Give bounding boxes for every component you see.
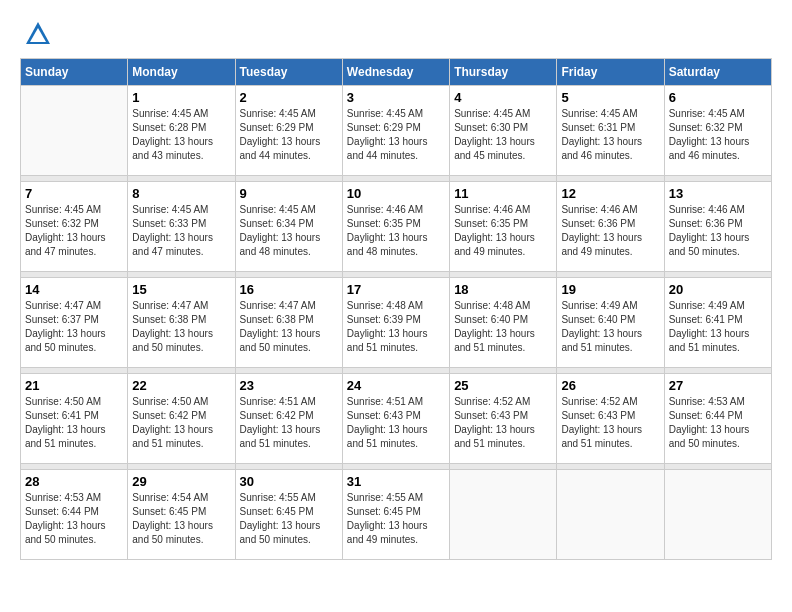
day-sun-info: Sunrise: 4:45 AMSunset: 6:30 PMDaylight:… (454, 107, 552, 163)
day-number: 4 (454, 90, 552, 105)
day-number: 30 (240, 474, 338, 489)
day-number: 14 (25, 282, 123, 297)
calendar-day-cell: 26Sunrise: 4:52 AMSunset: 6:43 PMDayligh… (557, 374, 664, 464)
day-number: 18 (454, 282, 552, 297)
day-number: 7 (25, 186, 123, 201)
day-number: 6 (669, 90, 767, 105)
day-sun-info: Sunrise: 4:46 AMSunset: 6:35 PMDaylight:… (347, 203, 445, 259)
day-sun-info: Sunrise: 4:46 AMSunset: 6:36 PMDaylight:… (561, 203, 659, 259)
calendar-day-cell: 5Sunrise: 4:45 AMSunset: 6:31 PMDaylight… (557, 86, 664, 176)
calendar-day-cell: 14Sunrise: 4:47 AMSunset: 6:37 PMDayligh… (21, 278, 128, 368)
day-sun-info: Sunrise: 4:49 AMSunset: 6:40 PMDaylight:… (561, 299, 659, 355)
day-number: 3 (347, 90, 445, 105)
day-of-week-header: Friday (557, 59, 664, 86)
calendar-day-cell: 31Sunrise: 4:55 AMSunset: 6:45 PMDayligh… (342, 470, 449, 560)
day-number: 5 (561, 90, 659, 105)
calendar-day-cell: 9Sunrise: 4:45 AMSunset: 6:34 PMDaylight… (235, 182, 342, 272)
calendar-day-cell: 3Sunrise: 4:45 AMSunset: 6:29 PMDaylight… (342, 86, 449, 176)
day-sun-info: Sunrise: 4:54 AMSunset: 6:45 PMDaylight:… (132, 491, 230, 547)
day-sun-info: Sunrise: 4:51 AMSunset: 6:43 PMDaylight:… (347, 395, 445, 451)
calendar-day-cell: 13Sunrise: 4:46 AMSunset: 6:36 PMDayligh… (664, 182, 771, 272)
day-sun-info: Sunrise: 4:45 AMSunset: 6:28 PMDaylight:… (132, 107, 230, 163)
calendar-week-row: 28Sunrise: 4:53 AMSunset: 6:44 PMDayligh… (21, 470, 772, 560)
day-sun-info: Sunrise: 4:45 AMSunset: 6:32 PMDaylight:… (669, 107, 767, 163)
calendar-table: SundayMondayTuesdayWednesdayThursdayFrid… (20, 58, 772, 560)
calendar-week-row: 1Sunrise: 4:45 AMSunset: 6:28 PMDaylight… (21, 86, 772, 176)
logo-icon (24, 20, 52, 48)
day-sun-info: Sunrise: 4:48 AMSunset: 6:40 PMDaylight:… (454, 299, 552, 355)
calendar-day-cell: 25Sunrise: 4:52 AMSunset: 6:43 PMDayligh… (450, 374, 557, 464)
day-number: 19 (561, 282, 659, 297)
calendar-day-cell: 27Sunrise: 4:53 AMSunset: 6:44 PMDayligh… (664, 374, 771, 464)
day-number: 1 (132, 90, 230, 105)
calendar-week-row: 14Sunrise: 4:47 AMSunset: 6:37 PMDayligh… (21, 278, 772, 368)
day-number: 31 (347, 474, 445, 489)
day-number: 28 (25, 474, 123, 489)
calendar-day-cell: 23Sunrise: 4:51 AMSunset: 6:42 PMDayligh… (235, 374, 342, 464)
day-sun-info: Sunrise: 4:49 AMSunset: 6:41 PMDaylight:… (669, 299, 767, 355)
day-number: 2 (240, 90, 338, 105)
calendar-day-cell: 30Sunrise: 4:55 AMSunset: 6:45 PMDayligh… (235, 470, 342, 560)
day-sun-info: Sunrise: 4:47 AMSunset: 6:38 PMDaylight:… (132, 299, 230, 355)
day-number: 21 (25, 378, 123, 393)
calendar-day-cell: 18Sunrise: 4:48 AMSunset: 6:40 PMDayligh… (450, 278, 557, 368)
calendar-day-cell: 17Sunrise: 4:48 AMSunset: 6:39 PMDayligh… (342, 278, 449, 368)
day-sun-info: Sunrise: 4:45 AMSunset: 6:29 PMDaylight:… (347, 107, 445, 163)
calendar-day-cell: 12Sunrise: 4:46 AMSunset: 6:36 PMDayligh… (557, 182, 664, 272)
calendar-day-cell: 20Sunrise: 4:49 AMSunset: 6:41 PMDayligh… (664, 278, 771, 368)
day-sun-info: Sunrise: 4:47 AMSunset: 6:38 PMDaylight:… (240, 299, 338, 355)
calendar-day-cell: 6Sunrise: 4:45 AMSunset: 6:32 PMDaylight… (664, 86, 771, 176)
calendar-day-cell (21, 86, 128, 176)
day-number: 17 (347, 282, 445, 297)
calendar-day-cell (664, 470, 771, 560)
day-of-week-header: Tuesday (235, 59, 342, 86)
calendar-day-cell (557, 470, 664, 560)
day-number: 22 (132, 378, 230, 393)
day-sun-info: Sunrise: 4:45 AMSunset: 6:29 PMDaylight:… (240, 107, 338, 163)
day-of-week-header: Thursday (450, 59, 557, 86)
calendar-day-cell: 4Sunrise: 4:45 AMSunset: 6:30 PMDaylight… (450, 86, 557, 176)
day-sun-info: Sunrise: 4:46 AMSunset: 6:36 PMDaylight:… (669, 203, 767, 259)
day-sun-info: Sunrise: 4:55 AMSunset: 6:45 PMDaylight:… (347, 491, 445, 547)
day-number: 24 (347, 378, 445, 393)
calendar-week-row: 21Sunrise: 4:50 AMSunset: 6:41 PMDayligh… (21, 374, 772, 464)
day-sun-info: Sunrise: 4:50 AMSunset: 6:41 PMDaylight:… (25, 395, 123, 451)
day-sun-info: Sunrise: 4:48 AMSunset: 6:39 PMDaylight:… (347, 299, 445, 355)
day-sun-info: Sunrise: 4:52 AMSunset: 6:43 PMDaylight:… (561, 395, 659, 451)
calendar-day-cell: 28Sunrise: 4:53 AMSunset: 6:44 PMDayligh… (21, 470, 128, 560)
calendar-day-cell: 15Sunrise: 4:47 AMSunset: 6:38 PMDayligh… (128, 278, 235, 368)
day-number: 9 (240, 186, 338, 201)
day-sun-info: Sunrise: 4:53 AMSunset: 6:44 PMDaylight:… (25, 491, 123, 547)
day-number: 11 (454, 186, 552, 201)
day-number: 27 (669, 378, 767, 393)
calendar-day-cell: 11Sunrise: 4:46 AMSunset: 6:35 PMDayligh… (450, 182, 557, 272)
calendar-day-cell: 19Sunrise: 4:49 AMSunset: 6:40 PMDayligh… (557, 278, 664, 368)
logo (20, 20, 52, 48)
calendar-day-cell: 7Sunrise: 4:45 AMSunset: 6:32 PMDaylight… (21, 182, 128, 272)
day-sun-info: Sunrise: 4:53 AMSunset: 6:44 PMDaylight:… (669, 395, 767, 451)
day-sun-info: Sunrise: 4:45 AMSunset: 6:32 PMDaylight:… (25, 203, 123, 259)
day-number: 20 (669, 282, 767, 297)
day-number: 25 (454, 378, 552, 393)
day-of-week-header: Wednesday (342, 59, 449, 86)
calendar-day-cell: 8Sunrise: 4:45 AMSunset: 6:33 PMDaylight… (128, 182, 235, 272)
day-sun-info: Sunrise: 4:55 AMSunset: 6:45 PMDaylight:… (240, 491, 338, 547)
page-header (20, 20, 772, 48)
day-number: 8 (132, 186, 230, 201)
calendar-day-cell: 16Sunrise: 4:47 AMSunset: 6:38 PMDayligh… (235, 278, 342, 368)
day-number: 15 (132, 282, 230, 297)
day-sun-info: Sunrise: 4:45 AMSunset: 6:33 PMDaylight:… (132, 203, 230, 259)
day-number: 12 (561, 186, 659, 201)
calendar-day-cell: 22Sunrise: 4:50 AMSunset: 6:42 PMDayligh… (128, 374, 235, 464)
day-of-week-header: Sunday (21, 59, 128, 86)
calendar-day-cell (450, 470, 557, 560)
calendar-day-cell: 1Sunrise: 4:45 AMSunset: 6:28 PMDaylight… (128, 86, 235, 176)
day-sun-info: Sunrise: 4:47 AMSunset: 6:37 PMDaylight:… (25, 299, 123, 355)
day-number: 13 (669, 186, 767, 201)
calendar-header-row: SundayMondayTuesdayWednesdayThursdayFrid… (21, 59, 772, 86)
calendar-week-row: 7Sunrise: 4:45 AMSunset: 6:32 PMDaylight… (21, 182, 772, 272)
calendar-day-cell: 10Sunrise: 4:46 AMSunset: 6:35 PMDayligh… (342, 182, 449, 272)
day-number: 16 (240, 282, 338, 297)
day-number: 23 (240, 378, 338, 393)
calendar-day-cell: 2Sunrise: 4:45 AMSunset: 6:29 PMDaylight… (235, 86, 342, 176)
